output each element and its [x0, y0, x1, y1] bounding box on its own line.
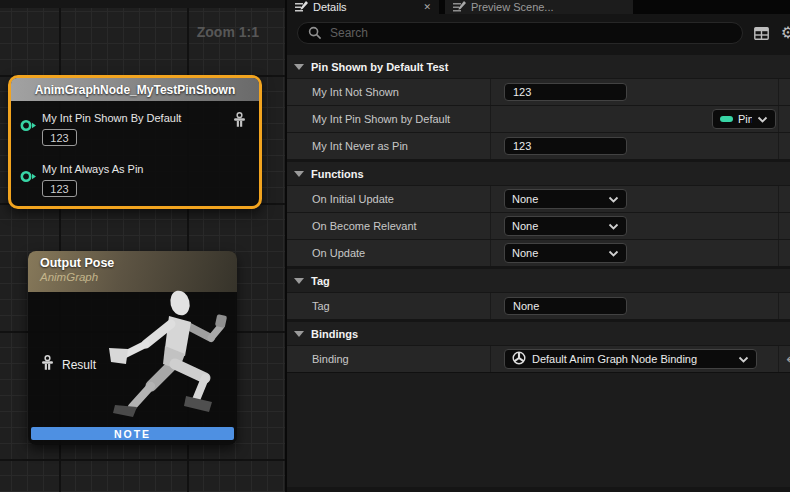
- property-label: Binding: [287, 346, 491, 372]
- pin-capsule-icon: [720, 116, 733, 122]
- node-title: AnimGraphNode_MyTestPinShown: [35, 83, 235, 97]
- gear-icon[interactable]: ⚙: [779, 24, 790, 42]
- property-row: My Int Not Shown: [287, 78, 790, 105]
- tab-label: Details: [313, 1, 347, 13]
- reset-cell: [778, 79, 790, 105]
- chevron-down-icon: [738, 356, 749, 363]
- chevron-down-icon: [608, 250, 619, 257]
- reset-cell: [778, 133, 790, 159]
- property-label: My Int Not Shown: [287, 79, 491, 105]
- reset-cell: [778, 106, 790, 132]
- binding-icon: [512, 351, 526, 367]
- node-header[interactable]: AnimGraphNode_MyTestPinShown: [11, 78, 259, 101]
- reset-cell: [778, 213, 790, 239]
- property-label: My Int Never as Pin: [287, 133, 491, 159]
- expand-arrow-icon: [294, 278, 304, 284]
- node-title: Output Pose: [40, 256, 237, 270]
- on-become-relevant-dropdown[interactable]: None: [504, 216, 627, 236]
- on-initial-update-dropdown[interactable]: None: [504, 189, 627, 209]
- int-pin-icon[interactable]: [20, 169, 37, 187]
- my-int-never-as-pin-input[interactable]: [504, 137, 627, 155]
- search-bar[interactable]: [297, 22, 743, 44]
- reset-cell: ↩: [778, 346, 790, 372]
- result-pin-row[interactable]: Result: [40, 354, 96, 376]
- section-header[interactable]: Tag: [287, 269, 790, 292]
- tag-input[interactable]: [504, 297, 627, 315]
- pin-value-box[interactable]: 123: [42, 129, 77, 146]
- chevron-down-icon: [757, 116, 768, 123]
- preview-scene-tab-icon: [453, 1, 466, 14]
- node-subtitle: AnimGraph: [40, 271, 237, 283]
- section-tag: Tag Tag: [287, 269, 790, 319]
- section-header[interactable]: Pin Shown by Default Test: [287, 55, 790, 78]
- property-row: On Update None: [287, 239, 790, 266]
- property-label: Tag: [287, 293, 491, 319]
- note-label: NOTE: [114, 428, 151, 440]
- my-int-not-shown-input[interactable]: [504, 83, 627, 101]
- details-tab-icon: [295, 1, 308, 14]
- pose-pin-icon[interactable]: [40, 354, 55, 376]
- unreal-editor-window: Zoom 1:1 AnimGraphNode_MyTestPinShown My…: [0, 0, 790, 492]
- pin-block: My Int Pin Shown By Default 123: [42, 108, 181, 146]
- int-pin-icon[interactable]: [20, 118, 37, 136]
- section-functions: Functions On Initial Update None On Beco…: [287, 162, 790, 266]
- search-icon: [306, 24, 324, 42]
- anim-graph-node-selected[interactable]: AnimGraphNode_MyTestPinShown My Int Pin …: [8, 75, 262, 209]
- reset-to-default-icon[interactable]: ↩: [786, 352, 790, 366]
- display-filter-icon[interactable]: [752, 24, 770, 42]
- chevron-down-icon: [608, 196, 619, 203]
- tab-details[interactable]: Details ✕: [287, 0, 439, 14]
- note-bar[interactable]: NOTE: [31, 427, 234, 440]
- property-row: On Initial Update None: [287, 185, 790, 212]
- node-pin-row: My Int Pin Shown By Default 123: [11, 108, 259, 146]
- close-icon[interactable]: ✕: [423, 2, 431, 12]
- property-row: Binding: [287, 345, 790, 372]
- binding-dropdown[interactable]: Default Anim Graph Node Binding: [504, 349, 757, 369]
- expand-arrow-icon: [294, 331, 304, 337]
- details-empty-area: [287, 372, 790, 487]
- tab-bar: Details ✕ Preview Scene...: [287, 0, 790, 14]
- pin-label: My Int Pin Shown By Default: [42, 112, 181, 124]
- pin-block: My Int Always As Pin 123: [42, 159, 143, 197]
- details-property-list: Pin Shown by Default Test My Int Not Sho…: [287, 52, 790, 492]
- property-label: On Update: [287, 240, 491, 266]
- reset-cell: [778, 293, 790, 319]
- reset-cell: [778, 186, 790, 212]
- expand-arrow-icon: [294, 64, 304, 70]
- property-row: Tag: [287, 292, 790, 319]
- section-pin-shown-by-default-test: Pin Shown by Default Test My Int Not Sho…: [287, 55, 790, 159]
- pin-value-box[interactable]: 123: [42, 180, 77, 197]
- property-label: On Become Relevant: [287, 213, 491, 239]
- mannequin-figure: [85, 286, 235, 430]
- section-header[interactable]: Functions: [287, 162, 790, 185]
- result-pin-label: Result: [62, 358, 96, 372]
- expand-arrow-icon: [294, 171, 304, 177]
- zoom-level-label: Zoom 1:1: [197, 24, 259, 40]
- on-update-dropdown[interactable]: None: [504, 243, 627, 263]
- section-header[interactable]: Bindings: [287, 322, 790, 345]
- pin-mode-dropdown[interactable]: Pin: [712, 109, 776, 129]
- property-row: My Int Never as Pin: [287, 132, 790, 159]
- node-body: Result NOTE: [28, 292, 237, 445]
- details-panel: Details ✕ Preview Scene...: [285, 0, 790, 492]
- node-pin-row: My Int Always As Pin 123: [11, 159, 259, 197]
- property-label: My Int Pin Shown by Default: [287, 106, 491, 132]
- property-row: On Become Relevant None: [287, 212, 790, 239]
- details-toolbar: ⚙: [287, 14, 790, 52]
- tab-preview-scene[interactable]: Preview Scene...: [445, 0, 633, 14]
- clothespin-icon[interactable]: [232, 111, 247, 133]
- pin-label: My Int Always As Pin: [42, 163, 143, 175]
- section-bindings: Bindings Binding: [287, 322, 790, 372]
- search-input[interactable]: [330, 26, 734, 40]
- chevron-down-icon: [608, 223, 619, 230]
- property-row: My Int Pin Shown by Default Pin: [287, 105, 790, 132]
- anim-graph-editor[interactable]: Zoom 1:1 AnimGraphNode_MyTestPinShown My…: [0, 0, 285, 492]
- tab-label: Preview Scene...: [471, 1, 554, 13]
- property-label: On Initial Update: [287, 186, 491, 212]
- output-pose-node[interactable]: Output Pose AnimGraph: [28, 251, 237, 445]
- graph-top-edge: [0, 0, 285, 8]
- reset-cell: [778, 240, 790, 266]
